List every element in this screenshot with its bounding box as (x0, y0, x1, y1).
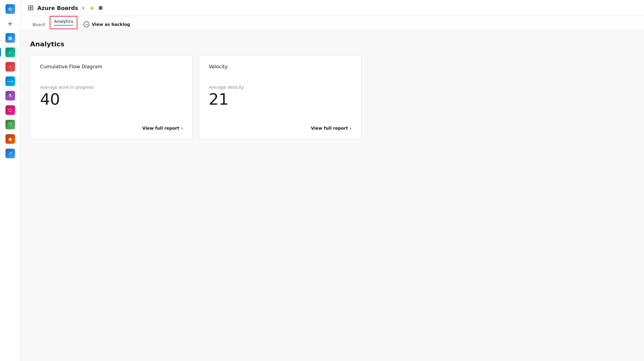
azure-boards-header-icon: ⊞ (28, 4, 34, 12)
cumulative-flow-title: Cumulative Flow Diagram (40, 64, 183, 69)
velocity-value: 21 (209, 91, 352, 107)
velocity-chevron-icon: › (350, 126, 352, 131)
nav-tabs: Board Analytics → View as backlog (20, 16, 644, 31)
velocity-body: Average Velocity 21 (209, 74, 352, 117)
main-content: ⊞ Azure Boards ∨ ★ ⚉ Board Analytics → V… (20, 0, 644, 361)
velocity-report-link[interactable]: View full report › (209, 122, 352, 131)
cumulative-flow-value: 40 (40, 91, 183, 107)
cumulative-flow-body: Average work in progress 40 (40, 74, 183, 117)
cumulative-flow-chevron-icon: › (181, 126, 183, 131)
page-title: Azure Boards (37, 5, 78, 11)
view-as-backlog-button[interactable]: → View as backlog (77, 18, 136, 30)
pipelines-icon[interactable]: ⟶ (4, 75, 17, 88)
favorite-star-icon[interactable]: ★ (90, 5, 95, 11)
title-chevron-icon[interactable]: ∨ (82, 5, 85, 10)
plus-icon[interactable]: + (4, 17, 17, 30)
feedback-icon[interactable]: ◉ (4, 132, 17, 146)
kanban-icon[interactable]: ✓ (4, 46, 17, 59)
security-icon[interactable]: ⛉ (4, 118, 17, 131)
boards-icon[interactable]: ▦ (4, 31, 17, 45)
velocity-card: Velocity Average Velocity 21 View full r… (199, 55, 361, 139)
azure-devops-icon[interactable]: ⊞ (4, 2, 17, 16)
page-header: ⊞ Azure Boards ∨ ★ ⚉ (20, 0, 644, 16)
sidebar: ⊞ + ▦ ✓ ⑂ ⟶ ⚗ ⬡ ⛉ ◉ ↗ (0, 0, 20, 361)
tab-analytics[interactable]: Analytics (50, 17, 77, 29)
tab-board[interactable]: Board (28, 19, 50, 31)
cumulative-flow-card: Cumulative Flow Diagram Average work in … (30, 55, 193, 139)
velocity-title: Velocity (209, 64, 352, 69)
analytics-cards-grid: Cumulative Flow Diagram Average work in … (30, 55, 361, 139)
test-icon[interactable]: ⚗ (4, 89, 17, 102)
cumulative-flow-label: Average work in progress (40, 85, 183, 90)
analytics-sidebar-icon[interactable]: ↗ (4, 147, 17, 160)
analytics-content: Analytics Cumulative Flow Diagram Averag… (20, 31, 644, 361)
repos-icon[interactable]: ⑂ (4, 60, 17, 73)
tab-analytics-underline (54, 25, 73, 26)
cumulative-flow-report-link[interactable]: View full report › (40, 122, 183, 131)
view-backlog-circle-icon: → (83, 21, 89, 27)
analytics-heading: Analytics (30, 40, 634, 48)
velocity-label: Average Velocity (209, 85, 352, 90)
user-follow-icon[interactable]: ⚉ (98, 5, 103, 11)
tab-analytics-wrapper: Analytics (50, 16, 77, 29)
artifacts-icon[interactable]: ⬡ (4, 103, 17, 117)
